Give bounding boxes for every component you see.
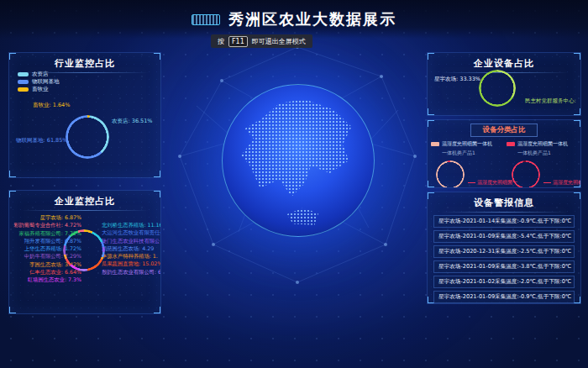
pie-label: 红墙园生态农业: 7.3%	[13, 276, 81, 283]
industry-donut-chart[interactable]	[66, 115, 109, 159]
header-bar: 秀洲区农业大数据展示	[0, 0, 588, 39]
pie-label: 瓜果蔬园直营地: 15.02%	[102, 260, 161, 267]
dashboard-page: 秀洲区农业大数据展示 按 F11 即可退出全屏模式 行业监控占比 农资店物联网基…	[0, 0, 588, 368]
legend-swatch	[18, 87, 29, 92]
legend-label: 物联网基地	[32, 78, 60, 86]
pie-label: 北刘桥生态养殖场: 11.16%	[102, 221, 161, 229]
legend-item: 物联网基地	[18, 78, 60, 86]
globe-visualization	[222, 84, 375, 237]
panel-title: 企业监控占比	[16, 195, 154, 211]
category-sublabel-left: 一体机类产品1	[442, 150, 505, 157]
pie-label: 农资店: 36.51%	[112, 118, 153, 125]
panel-title: 设备警报信息	[434, 197, 574, 213]
panel-enterprise-device-ratio: 企业设备占比 星宇农场: 33.33%民主村党群服务中心:	[427, 52, 581, 116]
fullscreen-exit-tooltip: 按 F11 即可退出全屏模式	[211, 34, 312, 48]
category-legend-left: 温湿度光照细菌一体机	[431, 140, 505, 148]
legend-swatch	[507, 142, 515, 146]
industry-legend: 农资店物联网基地畜牧业	[18, 71, 60, 93]
page-title: 秀洲区农业大数据展示	[228, 9, 396, 29]
alarm-row: 星宇农场-2020-12-31采集温度:-2.5℃,低于下限:0℃	[433, 245, 575, 258]
legend-swatch	[18, 72, 29, 76]
enterprise-donut-chart[interactable]	[63, 229, 105, 271]
enterprise-labels-right: 北刘桥生态养殖场: 11.16%大运河生态牧业有限责任公陡门生态农业科技有限公鸿…	[102, 221, 161, 276]
pie-label: 物联网基地: 61.85%	[16, 137, 68, 145]
panel-industry-monitor-ratio: 行业监控占比 农资店物联网基地畜牧业 畜牧业: 1.64%农资店: 36.51%…	[8, 52, 161, 178]
panel-device-alarm-info: 设备警报信息 星宇农场-2021-01-14采集温度:-0.9℃,低于下限:0℃…	[427, 192, 581, 304]
alarm-row: 星宇农场-2021-01-09采集温度:-0.9℃,低于下限:0℃	[433, 291, 575, 303]
pie-label: 星宇农场: 6.87%	[13, 213, 81, 221]
legend-swatch	[18, 80, 29, 84]
pie-label: 陡门生态农业科技有限公	[102, 237, 161, 244]
pie-label: 丰源水产特种养殖场: 1.	[102, 252, 161, 260]
callout-line	[468, 182, 475, 183]
alarm-row: 星宇农场-2021-01-14采集温度:-0.9℃,低于下限:0℃	[433, 215, 575, 228]
legend-item: 畜牧业	[18, 86, 60, 93]
tooltip-suffix: 即可退出全屏模式	[252, 37, 306, 46]
alarm-row: 星宇农场-2021-01-09采集温度:-3.8℃,低于下限:0℃	[433, 260, 575, 273]
legend-label: 农资店	[32, 71, 49, 78]
legend-swatch	[431, 142, 439, 146]
pie-label: 彩韵葡萄专业合作社: 4.72%	[13, 221, 81, 229]
pie-label: 星宇农场: 33.33%	[434, 76, 480, 83]
legend-label: 温湿度光照细菌一体机	[442, 140, 492, 148]
legend-label: 畜牧业	[32, 86, 49, 93]
category-chart-right: 温湿度光照细菌一体机 一体机类产品1 温湿度光照细菌一	[507, 140, 580, 188]
callout-label: 温湿度光照细菌一	[553, 179, 581, 187]
category-donut-right[interactable]	[512, 160, 540, 188]
pie-label: 仁丰生态农业: 6.64%	[13, 268, 81, 276]
pie-label: 民主村党群服务中心:	[525, 97, 576, 105]
f11-keycap: F11	[228, 36, 248, 47]
pie-label: 鸿慈园生态农场: 4.29	[102, 244, 161, 252]
tooltip-prefix: 按	[218, 37, 224, 46]
panel-enterprise-monitor-ratio: 企业监控占比 星宇农场: 6.87%彩韵葡萄专业合作社: 4.72%家福养殖有限…	[8, 190, 161, 314]
legend-item: 农资店	[18, 71, 60, 78]
category-sublabel-right: 一体机类产品1	[517, 150, 580, 157]
alarm-list[interactable]: 星宇农场-2021-01-14采集温度:-0.9℃,低于下限:0℃星宇农场-20…	[428, 213, 580, 304]
category-chart-left: 温湿度光照细菌一体机 一体机类产品1 温湿度光照细菌一	[431, 140, 505, 188]
pie-label: 大运河生态牧业有限责任公	[102, 229, 161, 236]
category-donut-left[interactable]	[436, 160, 465, 188]
device-donut-chart[interactable]	[479, 70, 516, 107]
globe-continent-dots	[234, 97, 361, 202]
category-legend-right: 温湿度光照细菌一体机	[507, 140, 580, 148]
globe-continent-dots-small	[283, 206, 323, 227]
logo-badge	[192, 14, 220, 25]
alarm-row: 星宇农场-2021-01-02采集温度:-2.0℃,低于下限:0℃	[433, 276, 575, 288]
legend-label: 温湿度光照细菌一体机	[517, 140, 568, 148]
pie-label: 殷韵生态农业有限公司: 6.87	[102, 268, 161, 276]
callout-line	[543, 182, 551, 183]
category-callout-right: 温湿度光照细菌一	[543, 179, 581, 187]
category-panel-title: 设备分类占比	[470, 124, 538, 137]
pie-label: 畜牧业: 1.64%	[33, 102, 70, 109]
alarm-row: 星宇农场-2021-01-09采集温度:-5.4℃,低于下限:0℃	[433, 230, 575, 243]
panel-device-category-ratio: 设备分类占比 温湿度光照细菌一体机 一体机类产品1 温湿度光照细菌一 温湿度光照…	[427, 119, 581, 188]
